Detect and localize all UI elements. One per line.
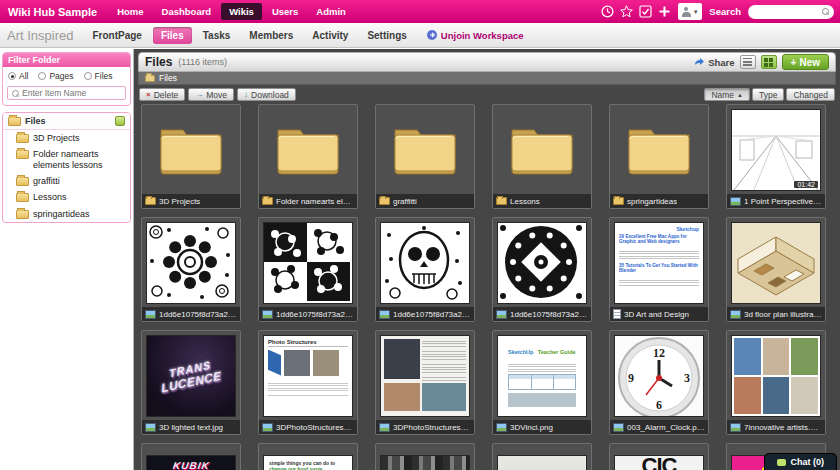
image-thumbnail [732,223,820,303]
folder-tree: 3D Projects Folder namearts elements les… [3,130,130,222]
nav-dashboard[interactable]: Dashboard [154,3,220,20]
file-tile[interactable]: Lessons [492,104,592,209]
expand-all-icon[interactable] [115,116,125,126]
tab-activity[interactable]: Activity [304,27,356,44]
file-name: 3D Art and Design [624,310,689,319]
delete-button[interactable]: × Delete [139,88,185,101]
sort-changed-button[interactable]: Changed [786,88,835,101]
tab-frontpage[interactable]: FrontPage [84,27,149,44]
sidebar-folder-label: springartideas [33,209,90,219]
tab-tasks[interactable]: Tasks [195,27,239,44]
file-label: 3DVinci.png [493,420,591,434]
sidebar-folder[interactable]: graffitti [3,173,130,189]
file-tile[interactable]: Sketchup 29 Excellent Free Mac Apps for … [609,217,709,322]
thumb-text: 29 Excellent Free Mac Apps for Graphic a… [619,234,699,245]
search-icon[interactable] [822,8,829,15]
folder-icon [158,124,224,176]
file-tile[interactable]: 3DPhotoStructures002.jpg [375,330,475,435]
list-view-icon [743,58,752,66]
file-tile[interactable] [375,443,475,470]
file-thumb-area: simple things you can do to change our f… [259,444,357,470]
file-label: 003_Alarm_Clock.png [610,420,708,434]
move-icon: → [195,90,203,99]
file-tile[interactable]: 3d floor plan illustrator thu... [726,217,826,322]
file-tile[interactable]: 12 9 3 6 003_Alarm_Clock.png [609,330,709,435]
file-tile[interactable]: 1dd6e1075f8d73a2517e82... [375,217,475,322]
file-thumb-area: Sketchup 29 Excellent Free Mac Apps for … [610,218,708,307]
file-tile[interactable]: 01:42 1 Point Perspective.png [726,104,826,209]
share-button[interactable]: Share [694,57,734,68]
file-tile[interactable]: graffitti [375,104,475,209]
sidebar-folder[interactable]: springartideas [3,206,130,222]
nav-wikis[interactable]: Wikis [221,3,262,20]
tree-root-files[interactable]: Files [3,113,130,130]
chat-button[interactable]: Chat (0) [764,453,838,470]
file-tile[interactable]: KUBIK [141,443,241,470]
move-button[interactable]: → Move [188,88,234,101]
file-tile[interactable]: springartideas [609,104,709,209]
tab-settings[interactable]: Settings [359,27,414,44]
file-tile[interactable]: CIC [609,443,709,470]
file-tile[interactable]: Photo Structures 3DPhotoStructures001.jp… [258,330,358,435]
file-name: 3DVinci.png [510,423,553,432]
avatar [682,7,691,17]
nav-users[interactable]: Users [264,3,306,20]
recent-activity-icon[interactable] [600,5,614,19]
file-thumb-area [259,218,357,307]
sort-type-button[interactable]: Type [752,88,784,101]
image-mini-icon [496,423,507,432]
files-grid: 3D Projects Folder namearts elements l..… [138,103,836,470]
file-name: 1dd6e1075f8d73a2517e82... [276,310,354,319]
list-view-button[interactable] [740,55,756,69]
folder-mini-icon [145,197,156,205]
unjoin-workspace-link[interactable]: Unjoin Workspace [427,30,524,41]
item-filter-input[interactable] [22,88,121,98]
create-icon[interactable] [657,5,671,19]
file-label: graffitti [376,194,474,208]
file-tile[interactable]: TRANS LUCENCE 3D lighted text.jpg [141,330,241,435]
folder-mini-icon [496,197,507,205]
file-tile[interactable]: SketchUp Teacher Guide 3DVinci.png [492,330,592,435]
global-search [748,5,834,19]
file-tile[interactable]: 1dd6e1075f8d73a2517e82... [141,217,241,322]
file-tile[interactable]: Folder namearts elements l... [258,104,358,209]
sidebar-folder[interactable]: Folder namearts elements lessons [3,146,130,173]
radio-files[interactable]: Files [84,71,113,81]
favorites-icon[interactable] [619,5,633,19]
file-thumb-area [493,218,591,307]
sidebar-folder[interactable]: 3D Projects [3,130,130,146]
tab-members[interactable]: Members [241,27,301,44]
file-tile[interactable]: 3D Projects [141,104,241,209]
file-tile[interactable]: simple things you can do to change our f… [258,443,358,470]
file-tile[interactable]: 1dd6e1075f8d73a2517e82... [258,217,358,322]
radio-all[interactable]: All [8,71,28,81]
tab-files[interactable]: Files [153,27,192,44]
grid-view-button[interactable] [761,55,777,69]
nav-admin[interactable]: Admin [308,3,354,20]
breadcrumb[interactable]: Files [138,72,836,85]
top-bar: Wiki Hub Sample HomeDashboardWikisUsersA… [0,0,840,23]
folder-icon [8,117,21,126]
radio-pages[interactable]: Pages [38,71,73,81]
file-label: 3DPhotoStructures002.jpg [376,420,474,434]
folder-icon [16,134,29,143]
sort-label: Changed [793,90,828,100]
sort-name-button[interactable]: Name▲ [704,88,750,101]
file-label: 3d floor plan illustrator thu... [727,307,825,321]
folder-mini-icon [613,197,624,205]
file-label: 3D Projects [142,194,240,208]
file-tile[interactable]: 1dd6e1075f8d73a2517e82... [492,217,592,322]
global-search-input[interactable] [755,7,818,17]
user-menu[interactable]: ▼ [678,3,702,20]
radio-icon [38,72,46,80]
download-button[interactable]: ↓ Download [237,88,296,101]
new-button[interactable]: + New [782,54,829,70]
image-mini-icon [730,197,741,206]
nav-home[interactable]: Home [109,3,151,20]
folder-icon [145,75,155,82]
radio-label: Pages [49,71,73,81]
sidebar-folder[interactable]: Lessons [3,189,130,205]
tasks-icon[interactable] [638,5,652,19]
file-tile[interactable] [492,443,592,470]
file-tile[interactable]: 7innovative artists.png [726,330,826,435]
